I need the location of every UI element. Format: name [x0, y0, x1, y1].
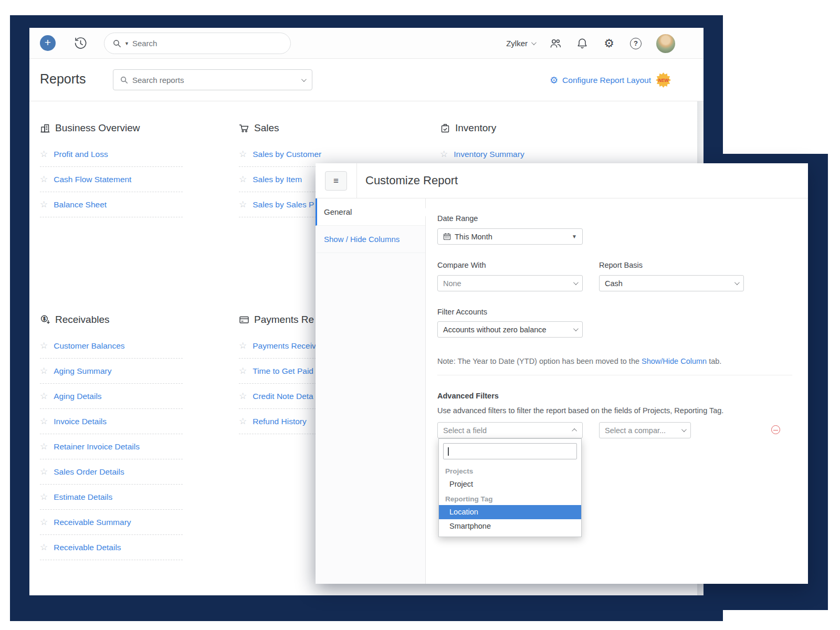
- field-select[interactable]: Select a field: [437, 422, 583, 438]
- notifications-bell-icon[interactable]: [576, 37, 589, 50]
- global-search-input[interactable]: [132, 39, 282, 48]
- remove-filter-icon[interactable]: [771, 425, 780, 434]
- report-link[interactable]: Sales by Sales P: [253, 200, 314, 209]
- report-basis-select[interactable]: Cash: [599, 275, 744, 291]
- top-navbar: + ▼ Zylker: [29, 28, 704, 59]
- report-link[interactable]: Inventory Summary: [454, 150, 524, 159]
- comparator-select[interactable]: Select a compar...: [599, 422, 691, 438]
- section-business-overview: Business Overview ☆Profit and Loss ☆Cash…: [40, 122, 183, 217]
- quick-create-button[interactable]: +: [40, 35, 56, 51]
- dropdown-group-label: Reporting Tag: [439, 491, 581, 505]
- report-link[interactable]: Profit and Loss: [54, 150, 108, 159]
- report-link[interactable]: Payments Receiv: [253, 341, 316, 351]
- report-row: ☆Aging Details: [40, 384, 183, 409]
- report-link[interactable]: Balance Sheet: [54, 200, 107, 209]
- compare-with-select[interactable]: None: [437, 275, 583, 291]
- favorite-star-icon[interactable]: ☆: [40, 542, 48, 553]
- report-link[interactable]: Time to Get Paid: [253, 366, 313, 376]
- favorite-star-icon[interactable]: ☆: [239, 391, 247, 402]
- favorite-star-icon[interactable]: ☆: [239, 149, 247, 160]
- favorite-star-icon[interactable]: ☆: [239, 199, 247, 210]
- favorite-star-icon[interactable]: ☆: [40, 466, 48, 477]
- section-title: Business Overview: [55, 122, 140, 134]
- report-link[interactable]: Aging Summary: [54, 366, 111, 376]
- report-link[interactable]: Sales by Customer: [253, 150, 321, 159]
- global-search[interactable]: ▼: [104, 33, 291, 54]
- dropdown-group-label: Projects: [439, 464, 581, 477]
- compare-with-value: None: [443, 279, 461, 288]
- dropdown-option-project[interactable]: Project: [439, 477, 581, 491]
- report-link[interactable]: Refund History: [253, 417, 307, 426]
- tab-show-hide-columns[interactable]: Show / Hide Columns: [316, 226, 425, 253]
- modal-content: Date Range This Month ▼ Compare With Non…: [426, 198, 808, 584]
- favorite-star-icon[interactable]: ☆: [40, 149, 48, 160]
- favorite-star-icon[interactable]: ☆: [40, 391, 48, 402]
- favorite-star-icon[interactable]: ☆: [40, 174, 48, 185]
- page-title: Reports: [40, 71, 86, 87]
- org-name: Zylker: [506, 39, 528, 48]
- filter-accounts-value: Accounts without zero balance: [443, 326, 547, 334]
- reports-header: Reports ⚙ Configure Report Layout NEW: [29, 59, 704, 101]
- report-link[interactable]: Retainer Invoice Details: [54, 442, 140, 452]
- chevron-down-icon: [573, 326, 579, 331]
- favorite-star-icon[interactable]: ☆: [40, 365, 48, 376]
- favorite-star-icon[interactable]: ☆: [40, 199, 48, 210]
- filter-accounts-select[interactable]: Accounts without zero balance: [437, 321, 583, 338]
- report-link[interactable]: Receivable Details: [54, 543, 121, 552]
- dropdown-option-location[interactable]: Location: [439, 505, 581, 519]
- show-hide-column-link[interactable]: Show/Hide Column: [642, 357, 707, 365]
- favorite-star-icon[interactable]: ☆: [239, 340, 247, 351]
- modal-menu-cell: ≡: [316, 163, 357, 198]
- search-icon: [120, 76, 128, 84]
- dropdown-search[interactable]: [443, 443, 577, 459]
- text-cursor: [448, 447, 449, 456]
- search-scope-caret-icon[interactable]: ▼: [124, 41, 129, 46]
- report-basis-value: Cash: [605, 279, 623, 288]
- report-link[interactable]: Estimate Details: [54, 492, 112, 502]
- date-range-select[interactable]: This Month ▼: [437, 228, 583, 245]
- credit-card-icon: [239, 314, 249, 325]
- org-selector[interactable]: Zylker: [506, 39, 535, 48]
- favorite-star-icon[interactable]: ☆: [40, 441, 48, 452]
- report-link[interactable]: Customer Balances: [54, 341, 124, 351]
- favorite-star-icon[interactable]: ☆: [40, 416, 48, 427]
- new-badge: NEW: [656, 72, 671, 88]
- report-link[interactable]: Aging Details: [54, 392, 101, 401]
- settings-gear-icon[interactable]: ⚙: [603, 37, 615, 50]
- hamburger-menu-icon[interactable]: ≡: [325, 171, 347, 191]
- section-divider: [437, 375, 792, 375]
- svg-text:$: $: [43, 316, 46, 321]
- favorite-star-icon[interactable]: ☆: [40, 517, 48, 528]
- favorite-star-icon[interactable]: ☆: [40, 491, 48, 502]
- report-link[interactable]: Receivable Summary: [54, 518, 131, 527]
- report-link[interactable]: Invoice Details: [54, 417, 107, 426]
- date-range-label: Date Range: [437, 214, 478, 223]
- report-search[interactable]: [113, 69, 312, 90]
- favorite-star-icon[interactable]: ☆: [239, 365, 247, 376]
- favorite-star-icon[interactable]: ☆: [40, 340, 48, 351]
- chevron-up-icon: [572, 428, 577, 434]
- favorite-star-icon[interactable]: ☆: [440, 149, 448, 160]
- report-search-input[interactable]: [132, 76, 297, 85]
- tab-label: Show / Hide Columns: [324, 235, 400, 244]
- tab-general[interactable]: General: [316, 198, 425, 226]
- configure-report-layout-link[interactable]: ⚙ Configure Report Layout NEW: [550, 59, 671, 101]
- users-icon[interactable]: [549, 37, 562, 50]
- topbar-actions: Zylker ⚙ ?: [506, 28, 675, 59]
- report-basis-label: Report Basis: [599, 261, 643, 269]
- recent-history-icon[interactable]: [74, 36, 88, 50]
- report-row: ☆Cash Flow Statement: [40, 167, 183, 192]
- report-row: ☆Retainer Invoice Details: [40, 434, 183, 459]
- user-avatar[interactable]: [656, 34, 675, 53]
- chevron-down-icon: [301, 77, 307, 82]
- dropdown-option-smartphone[interactable]: Smartphone: [439, 519, 581, 533]
- report-link[interactable]: Sales by Item: [253, 175, 302, 184]
- dropdown-search-input[interactable]: [444, 444, 576, 459]
- report-link[interactable]: Cash Flow Statement: [54, 175, 131, 184]
- favorite-star-icon[interactable]: ☆: [239, 174, 247, 185]
- report-link[interactable]: Sales Order Details: [54, 467, 124, 477]
- favorite-star-icon[interactable]: ☆: [239, 416, 247, 427]
- report-link[interactable]: Credit Note Deta: [253, 392, 313, 401]
- calendar-icon: [443, 233, 451, 240]
- help-icon[interactable]: ?: [629, 37, 642, 50]
